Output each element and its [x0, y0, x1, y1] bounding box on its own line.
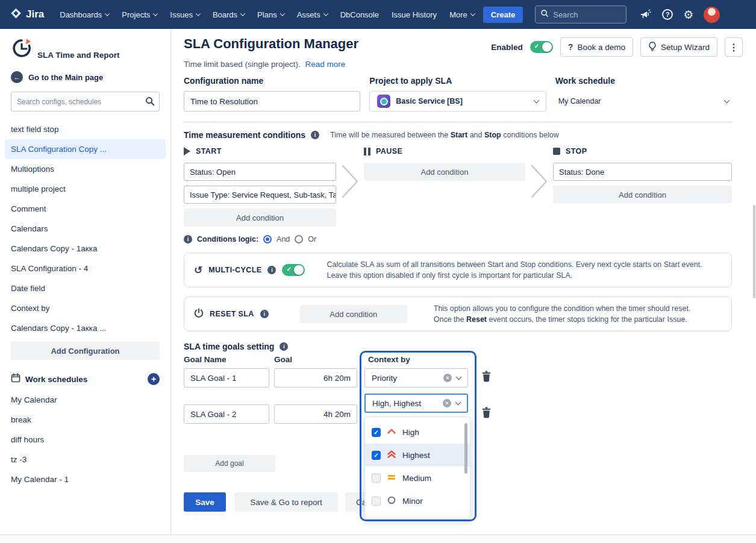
start-condition-chip[interactable]: Issue Type: Service Request, Sub-task, T…: [184, 186, 336, 204]
global-search-input[interactable]: [553, 10, 619, 19]
flow-chevron: [525, 146, 553, 243]
checkbox[interactable]: [372, 428, 381, 437]
config-item[interactable]: text field stop: [5, 119, 166, 139]
book-demo-button[interactable]: Book a demo: [560, 37, 633, 57]
read-more-link[interactable]: Read more: [305, 60, 346, 69]
config-item[interactable]: Date field: [5, 278, 166, 298]
info-icon[interactable]: [184, 235, 192, 243]
config-item-selected[interactable]: SLA Configuration Copy ...: [5, 139, 166, 159]
project-value: Basic Service [BS]: [396, 97, 528, 105]
nav-item-issues[interactable]: Issues: [170, 10, 200, 19]
config-item[interactable]: Context by: [5, 298, 166, 318]
goal-value-input-1[interactable]: [274, 368, 357, 388]
start-header: START: [184, 146, 336, 157]
logic-and-radio[interactable]: [263, 235, 272, 243]
config-search-input[interactable]: [11, 92, 160, 111]
multi-cycle-toggle[interactable]: [282, 264, 305, 276]
nav-item-assets[interactable]: Assets: [297, 10, 328, 19]
logic-label: Conditions logic:: [197, 235, 258, 243]
nav-item-dashboards[interactable]: Dashboards: [60, 10, 109, 19]
logic-or-radio[interactable]: [295, 235, 303, 243]
pause-icon: [364, 148, 370, 155]
schedule-item[interactable]: break: [5, 410, 166, 430]
add-goal-button[interactable]: Add goal: [184, 455, 275, 472]
search-icon: [540, 9, 549, 20]
goals-heading: SLA time goals setting: [184, 342, 743, 351]
config-item[interactable]: Multioptions: [5, 159, 166, 179]
stop-add-condition-button[interactable]: Add condition: [553, 186, 732, 204]
clear-icon[interactable]: [443, 374, 452, 382]
goal-name-input-1[interactable]: [184, 368, 269, 388]
nav-item-dbconsole[interactable]: DbConsole: [340, 10, 379, 19]
config-name-input[interactable]: [184, 91, 360, 111]
global-search[interactable]: [535, 5, 626, 24]
chevron-down-icon: [323, 11, 328, 16]
nav-item-issue-history[interactable]: Issue History: [392, 10, 437, 19]
add-configuration-button[interactable]: Add Configuration: [11, 342, 160, 360]
config-item[interactable]: multiple project: [5, 179, 166, 199]
save-button[interactable]: Save: [184, 492, 226, 512]
stop-condition-chip[interactable]: Status: Done: [553, 163, 732, 181]
clear-icon[interactable]: [443, 399, 451, 407]
enabled-toggle[interactable]: [530, 41, 553, 53]
add-schedule-plus-icon[interactable]: [148, 373, 160, 385]
nav-item-more[interactable]: More: [449, 10, 475, 19]
schedule-item[interactable]: My Calendar: [5, 390, 166, 410]
checkbox[interactable]: [372, 451, 381, 460]
bottom-edge: [0, 535, 756, 543]
config-item[interactable]: Calendars Copy - 1акка ...: [5, 318, 166, 338]
goal-value-input-2[interactable]: [274, 404, 357, 424]
jira-brand[interactable]: Jira: [10, 7, 44, 22]
nav-item-plans[interactable]: Plans: [257, 10, 284, 19]
schedule-item[interactable]: diff hours: [5, 430, 166, 450]
logic-and-label: And: [276, 235, 290, 243]
info-icon[interactable]: [260, 310, 269, 318]
power-icon: [194, 308, 204, 321]
config-item[interactable]: Calendars: [5, 219, 166, 239]
schedule-item[interactable]: tz -3: [5, 450, 166, 469]
dropdown-option-highest[interactable]: Highest: [365, 444, 470, 466]
create-button[interactable]: Create: [483, 7, 523, 23]
more-options-button[interactable]: [725, 37, 743, 57]
work-schedule-select[interactable]: My Calendar: [555, 91, 732, 111]
schedule-list: My Calendar break diff hours tz -3 My Ca…: [11, 390, 160, 489]
nav-item-projects[interactable]: Projects: [122, 10, 157, 19]
schedule-item[interactable]: My Calendar - 1: [5, 469, 166, 489]
start-condition-chip[interactable]: Status: Open: [184, 163, 336, 181]
chevron-down-icon: [470, 11, 475, 16]
config-item[interactable]: Comment: [5, 199, 166, 219]
back-to-main-link[interactable]: Go to the Main page: [11, 71, 160, 83]
chevron-down-icon: [724, 98, 730, 104]
context-values-select[interactable]: High, Highest: [364, 394, 468, 413]
setup-wizard-button[interactable]: Setup Wizard: [640, 37, 717, 57]
dropdown-option-minor[interactable]: Minor: [365, 489, 470, 512]
info-icon[interactable]: [267, 266, 276, 274]
goal-name-input-2[interactable]: [184, 404, 269, 424]
dropdown-option-high[interactable]: High: [365, 421, 470, 444]
dropdown-option-medium[interactable]: Medium: [365, 466, 470, 489]
pause-add-condition-button[interactable]: Add condition: [364, 163, 525, 181]
delete-goal-2-button[interactable]: [481, 407, 492, 421]
dropdown-scrollbar[interactable]: [464, 423, 467, 474]
config-item[interactable]: SLA Configuration - 4: [5, 259, 166, 278]
context-by-select[interactable]: Priority: [364, 368, 468, 388]
help-icon[interactable]: [662, 9, 673, 20]
reset-add-condition-button[interactable]: Add condition: [300, 305, 407, 323]
save-go-report-button[interactable]: Save & Go to report: [234, 492, 338, 512]
checkbox[interactable]: [372, 474, 381, 483]
nav-item-boards[interactable]: Boards: [213, 10, 245, 19]
user-avatar[interactable]: [704, 7, 720, 23]
config-item[interactable]: Calendars Copy - 1акка: [5, 239, 166, 259]
info-icon[interactable]: [280, 342, 288, 351]
settings-gear-icon[interactable]: [683, 8, 693, 22]
enabled-label: Enabled: [491, 43, 523, 52]
project-select[interactable]: Basic Service [BS]: [369, 91, 546, 111]
work-schedules-header: Work schedules: [11, 373, 160, 385]
sla-app-logo-icon: [11, 37, 33, 61]
checkbox[interactable]: [372, 497, 381, 506]
start-add-condition-button[interactable]: Add condition: [184, 209, 336, 227]
reset-sla-box: RESET SLA Add condition This option allo…: [184, 297, 732, 331]
delete-goal-1-button[interactable]: [481, 371, 492, 384]
announcements-icon[interactable]: [640, 9, 652, 20]
info-icon[interactable]: [311, 131, 319, 139]
